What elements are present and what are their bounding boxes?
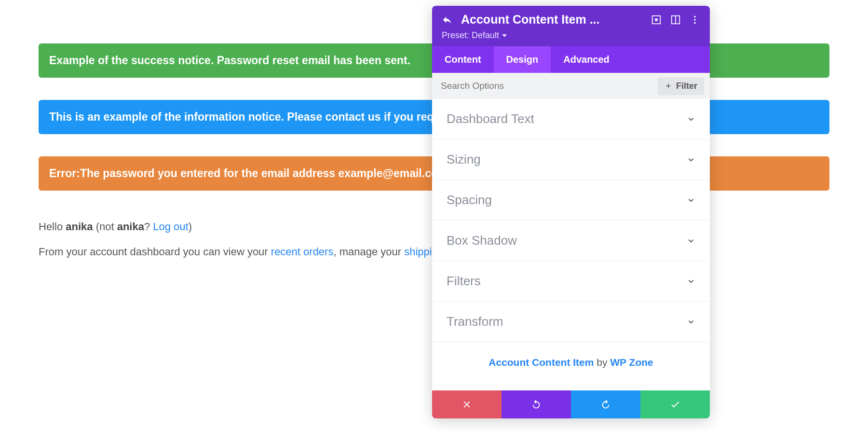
section-title: Filters xyxy=(447,274,481,289)
notice-success-text: Example of the success notice. Password … xyxy=(49,54,410,67)
svg-point-4 xyxy=(694,15,696,17)
panel-header: Account Content Item ... Preset: Default xyxy=(432,6,710,46)
filter-button[interactable]: Filter xyxy=(658,77,704,95)
section-title: Box Shadow xyxy=(447,233,517,248)
tab-advanced[interactable]: Advanced xyxy=(551,46,622,73)
tab-design[interactable]: Design xyxy=(494,46,551,73)
more-icon[interactable] xyxy=(690,14,700,25)
section-box-shadow[interactable]: Box Shadow xyxy=(432,221,710,261)
caret-down-icon xyxy=(502,34,507,37)
filter-label: Filter xyxy=(676,81,697,91)
credit-module-link[interactable]: Account Content Item xyxy=(488,357,594,368)
chevron-down-icon xyxy=(687,277,695,286)
section-dashboard-text[interactable]: Dashboard Text xyxy=(432,99,710,139)
section-title: Dashboard Text xyxy=(447,111,534,126)
section-sizing[interactable]: Sizing xyxy=(432,139,710,180)
panel-credit: Account Content Item by WP Zone xyxy=(432,342,710,390)
not-open: (not xyxy=(93,221,117,233)
svg-point-5 xyxy=(694,19,696,21)
section-title: Sizing xyxy=(447,152,481,167)
chevron-down-icon xyxy=(687,318,695,326)
panel-search-bar: Filter xyxy=(432,73,710,99)
preset-label: Preset: Default xyxy=(442,30,499,41)
chevron-down-icon xyxy=(687,115,695,124)
svg-point-6 xyxy=(694,22,696,24)
expand-icon[interactable] xyxy=(651,14,662,25)
chevron-down-icon xyxy=(687,236,695,245)
panel-title: Account Content Item ... xyxy=(461,13,642,27)
section-transform[interactable]: Transform xyxy=(432,302,710,342)
not-q: ? xyxy=(144,221,153,233)
undo-button[interactable] xyxy=(502,390,571,418)
tab-content[interactable]: Content xyxy=(432,46,494,73)
chevron-down-icon xyxy=(687,196,695,205)
close-button[interactable] xyxy=(432,390,502,418)
panel-tabs: Content Design Advanced xyxy=(432,46,710,73)
settings-panel: Account Content Item ... Preset: Default… xyxy=(432,6,710,418)
username: anika xyxy=(66,221,93,233)
credit-author-link[interactable]: WP Zone xyxy=(610,357,653,368)
redo-button[interactable] xyxy=(571,390,640,418)
username-2: anika xyxy=(117,221,144,233)
save-button[interactable] xyxy=(640,390,710,418)
search-input[interactable] xyxy=(432,73,658,99)
recent-orders-link[interactable]: recent orders xyxy=(271,246,334,258)
dash-p2-b: , manage your xyxy=(333,246,404,258)
section-spacing[interactable]: Spacing xyxy=(432,180,710,221)
hello-text: Hello xyxy=(39,221,66,233)
svg-rect-1 xyxy=(655,18,658,21)
dash-p2-a: From your account dashboard you can view… xyxy=(39,246,271,258)
section-title: Spacing xyxy=(447,193,492,208)
chevron-down-icon xyxy=(687,155,695,164)
section-title: Transform xyxy=(447,314,503,329)
panel-body: Dashboard Text Sizing Spacing Box Shadow… xyxy=(432,99,710,390)
section-filters[interactable]: Filters xyxy=(432,261,710,302)
columns-icon[interactable] xyxy=(670,14,681,25)
notice-error-label: Error xyxy=(49,167,76,180)
preset-selector[interactable]: Preset: Default xyxy=(442,30,507,41)
panel-footer xyxy=(432,390,710,418)
back-icon[interactable] xyxy=(442,14,452,25)
logout-link[interactable]: Log out xyxy=(153,221,188,233)
close-paren: ) xyxy=(189,221,192,233)
credit-by: by xyxy=(594,357,610,368)
